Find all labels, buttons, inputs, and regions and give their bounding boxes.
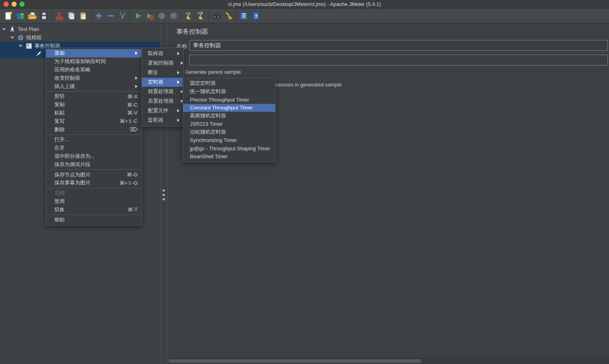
submenu-arrow-icon <box>177 80 180 84</box>
menu-item-label: 后置处理器 <box>148 98 174 105</box>
divider-grip-icon[interactable] <box>163 190 165 200</box>
add-icon[interactable] <box>93 10 105 22</box>
menu-item[interactable]: 监听器 <box>142 115 184 125</box>
menu-item[interactable]: 配置元件 <box>142 106 184 115</box>
close-button[interactable] <box>4 2 9 7</box>
menu-item[interactable]: 前置处理器 <box>142 87 184 97</box>
tree-node-thread-group[interactable]: 线程组 <box>0 33 161 42</box>
remove-icon[interactable] <box>105 10 117 22</box>
name-input[interactable] <box>190 40 608 51</box>
start-no-pauses-icon[interactable] <box>144 10 156 22</box>
menu-item[interactable]: 为子线程添加响应时间 <box>46 57 142 66</box>
menu-item-label: 配置元件 <box>148 107 169 114</box>
pencil-icon <box>35 51 42 58</box>
menu-item-shortcut: ⌦ <box>130 126 138 132</box>
menu-item[interactable]: 应用的命名策略 <box>46 66 142 74</box>
cut-icon[interactable] <box>54 10 65 22</box>
horizontal-scrollbar[interactable] <box>167 358 609 364</box>
help-icon[interactable]: ? <box>250 10 262 22</box>
submenu-arrow-icon <box>135 85 138 88</box>
save-icon[interactable] <box>38 10 50 22</box>
menu-item[interactable]: 保存节点为图片 ⌘-G <box>46 171 142 179</box>
menu-item[interactable]: 取样器 <box>142 49 184 59</box>
menu-item[interactable]: 泊松随机定时器 <box>183 128 275 136</box>
new-file-icon[interactable] <box>2 10 14 22</box>
tree-node-test-plan[interactable]: Test Plan <box>0 25 161 33</box>
transaction-controller-panel: 事务控制器 名称: Generate parent sample Include… <box>167 23 609 364</box>
menu-item[interactable]: 固定定时器 <box>183 79 275 88</box>
clear-icon[interactable] <box>183 10 195 22</box>
menu-item[interactable]: 断言 <box>142 68 184 78</box>
minimize-button[interactable] <box>11 2 17 7</box>
menu-item[interactable]: 保存屏幕为图片 ⌘+⇧-G <box>46 179 142 187</box>
scrollbar-thumb[interactable] <box>169 359 421 363</box>
menu-item[interactable]: 保存为测试片段 <box>46 160 142 169</box>
menu-item[interactable]: Precise Throughput Timer <box>183 96 275 104</box>
menu-item-label: 逻辑控制器 <box>148 59 174 67</box>
menu-item-label: 复写 <box>54 118 65 125</box>
menu-item[interactable]: 复写 ⌘+⇧-C <box>46 117 142 125</box>
jmeter-window: cl.jmx (/Users/oucb/Desktop/JMeter/cl.jm… <box>0 0 609 364</box>
menu-item[interactable]: 复制 ⌘-C <box>46 101 142 109</box>
clear-search-icon[interactable] <box>222 10 234 22</box>
menu-item-label: jp@gc - Throughput Shaping Timer <box>190 146 270 151</box>
clear-all-icon[interactable] <box>195 10 207 22</box>
menu-item[interactable]: 定时器 <box>142 78 184 87</box>
menu-item[interactable]: 插入上级 <box>46 82 142 90</box>
menu-item[interactable]: jp@gc - Throughput Shaping Timer <box>183 144 275 153</box>
menu-item[interactable]: 删除 ⌦ <box>46 125 142 134</box>
menu-separator <box>46 188 141 188</box>
menu-item-label: 改变控制器 <box>54 75 80 82</box>
open-file-icon[interactable] <box>26 10 38 22</box>
zoom-button[interactable] <box>19 2 25 7</box>
menu-item[interactable]: 帮助 <box>46 216 142 224</box>
menu-item[interactable]: Constant Throughput Timer <box>183 104 275 112</box>
toolbar-separator <box>52 10 52 21</box>
menu-item[interactable]: 统一随机定时器 <box>183 88 275 96</box>
menu-item[interactable]: 合并 <box>46 144 142 152</box>
menu-item[interactable]: 剪切 ⌘-X <box>46 92 142 101</box>
menu-item[interactable]: Synchronizing Timer <box>183 136 275 145</box>
menu-item[interactable]: 禁用 <box>46 197 142 206</box>
search-icon[interactable] <box>211 10 222 22</box>
stop-icon[interactable] <box>156 10 168 22</box>
menu-separator <box>46 169 141 170</box>
menu-item[interactable]: 打开... <box>46 136 142 144</box>
page-title: 事务控制器 <box>176 28 208 36</box>
edit-icon[interactable] <box>117 10 128 22</box>
menu-item-shortcut: ⌘-T <box>128 207 138 213</box>
menu-item-shortcut: ⌘-G <box>127 172 138 178</box>
menu-item-label: 断言 <box>148 69 158 76</box>
submenu-arrow-icon <box>181 61 183 65</box>
menu-item-label: 插入上级 <box>54 83 75 90</box>
menu-item[interactable]: 添加 <box>46 49 142 57</box>
menu-item[interactable]: 启用 <box>46 189 142 197</box>
menu-item-label: 统一随机定时器 <box>190 88 226 95</box>
expander-icon[interactable] <box>2 28 6 31</box>
menu-item[interactable]: 后置处理器 <box>142 96 184 106</box>
expander-icon[interactable] <box>10 36 14 39</box>
menu-item-label: 保存屏幕为图片 <box>54 179 90 186</box>
menu-item[interactable]: 选中部分保存为... <box>46 152 142 161</box>
menu-item-label: 粘贴 <box>54 109 65 117</box>
shutdown-icon[interactable] <box>168 10 180 22</box>
generate-parent-sample-row: Generate parent sample <box>176 69 241 75</box>
menu-item[interactable]: 粘贴 ⌘-V <box>46 109 142 117</box>
menu-item[interactable]: 逻辑控制器 <box>142 59 184 68</box>
menu-item-shortcut: ⌘+⇧-C <box>120 118 138 124</box>
submenu-arrow-icon <box>177 109 180 112</box>
expander-icon[interactable] <box>19 45 23 47</box>
paste-icon[interactable] <box>77 10 89 22</box>
templates-icon[interactable] <box>14 10 26 22</box>
menu-item-label: 添加 <box>54 50 65 57</box>
menu-item[interactable]: JSR223 Timer <box>183 120 275 128</box>
comments-input[interactable] <box>190 55 608 65</box>
menu-item[interactable]: 切换 ⌘-T <box>46 205 142 214</box>
menu-item[interactable]: 高斯随机定时器 <box>183 112 275 120</box>
toolbar-separator <box>91 10 91 21</box>
copy-icon[interactable] <box>65 10 77 22</box>
menu-item[interactable]: BeanShell Timer <box>183 153 275 161</box>
function-helper-icon[interactable] <box>238 10 250 22</box>
start-icon[interactable] <box>132 10 144 22</box>
menu-item[interactable]: 改变控制器 <box>46 74 142 82</box>
